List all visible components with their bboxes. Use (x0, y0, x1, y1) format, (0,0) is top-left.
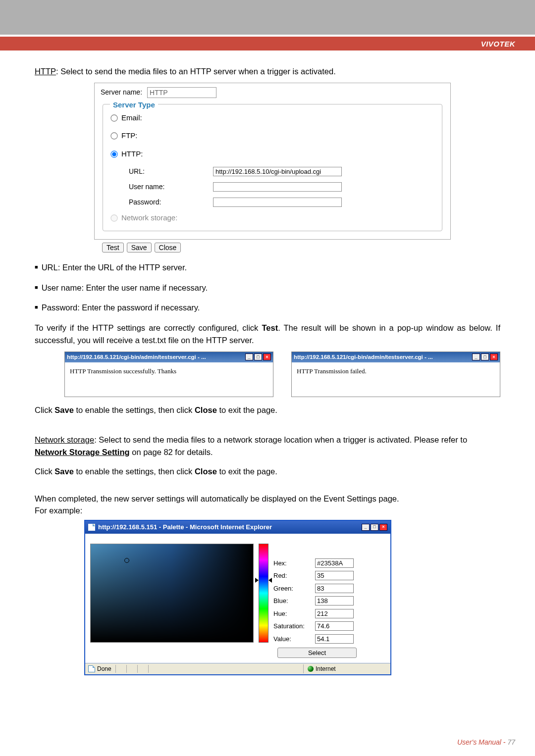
fail-popup-title: http://192.168.5.121/cgi-bin/admin/tests… (294, 353, 433, 361)
completed-line1: When completed, the new server settings … (35, 493, 500, 505)
ns-keyword: Network storage (35, 435, 94, 444)
footer-manual: User's Manual - (457, 738, 507, 746)
bullet-password: Password: Enter the password if necessar… (35, 302, 500, 314)
minimize-icon[interactable]: _ (472, 353, 480, 360)
bullet-username: User name: Enter the user name if necess… (35, 282, 500, 294)
sv-selection-indicator (124, 558, 129, 563)
maximize-icon[interactable]: □ (371, 524, 378, 531)
page-icon (88, 665, 95, 672)
maximize-icon[interactable]: □ (481, 353, 489, 360)
brand-bar: VIVOTEK (0, 37, 535, 50)
completed-line2: For example: (35, 504, 500, 517)
server-name-label: Server name: (101, 87, 142, 98)
saturation-value-picker[interactable] (90, 544, 254, 643)
ie-page-icon (88, 524, 95, 531)
bullet-url: URL: Enter the URL of the HTTP server. (35, 261, 500, 274)
password-input[interactable] (213, 198, 342, 207)
ftp-radio[interactable] (110, 132, 117, 139)
select-button[interactable]: Select (277, 648, 357, 658)
save-close-paragraph: Click Save to enable the settings, then … (35, 404, 500, 416)
network-storage-radio-label: Network storage: (121, 212, 177, 224)
url-label: URL: (129, 166, 213, 177)
status-zone-text: Internet (316, 664, 336, 673)
hue-slider[interactable] (259, 544, 268, 643)
network-storage-radio[interactable] (110, 214, 117, 221)
hue-marker-right-icon (268, 578, 272, 583)
close-icon[interactable]: × (490, 353, 498, 360)
saturation-input[interactable] (315, 621, 354, 631)
ftp-radio-label: FTP: (121, 130, 138, 142)
close-icon[interactable]: × (263, 353, 271, 360)
success-popup-title: http://192.168.5.121/cgi-bin/admin/tests… (67, 353, 206, 361)
field-descriptions: URL: Enter the URL of the HTTP server. U… (35, 261, 500, 314)
server-name-input[interactable] (147, 87, 216, 98)
green-input[interactable] (315, 584, 354, 593)
palette-window: http://192.168.5.151 - Palette - Microso… (84, 520, 391, 675)
maximize-icon[interactable]: □ (254, 353, 262, 360)
save-close-paragraph-2: Click Save to enable the settings, then … (35, 465, 500, 478)
username-input[interactable] (213, 182, 342, 192)
email-radio-label: Email: (121, 112, 142, 124)
username-label: User name: (129, 182, 213, 192)
hue-input[interactable] (315, 609, 354, 618)
fail-popup: http://192.168.5.121/cgi-bin/admin/tests… (291, 352, 500, 397)
brand-text: VIVOTEK (481, 40, 515, 48)
hue-label: Hue: (273, 609, 315, 619)
blue-input[interactable] (315, 596, 354, 605)
test-button[interactable]: Test (102, 243, 124, 252)
success-popup-body: HTTP Transmission successfully. Thanks (65, 362, 273, 380)
status-bar: Done Internet (85, 663, 390, 674)
save-button[interactable]: Save (127, 243, 152, 252)
footer: User's Manual - 77 (457, 738, 515, 746)
green-label: Green: (273, 584, 315, 594)
close-button[interactable]: Close (155, 243, 181, 252)
network-storage-paragraph: Network storage: Select to send the medi… (35, 434, 500, 458)
http-radio-label: HTTP: (121, 149, 143, 160)
value-label: Value: (273, 634, 315, 644)
http-keyword: HTTP (35, 67, 56, 76)
blue-label: Blue: (273, 596, 315, 606)
minimize-icon[interactable]: _ (245, 353, 253, 360)
server-type-fieldset: Server Type Email: FTP: HTTP: URL: (103, 104, 442, 231)
footer-page: 77 (507, 738, 515, 746)
red-label: Red: (273, 571, 315, 581)
password-label: Password: (129, 197, 213, 207)
red-input[interactable] (315, 571, 354, 580)
close-icon[interactable]: × (379, 524, 387, 531)
saturation-label: Saturation: (273, 621, 315, 631)
email-radio[interactable] (110, 114, 117, 121)
http-intro-text: : Select to send the media files to an H… (56, 67, 336, 76)
internet-zone-icon (308, 666, 314, 672)
success-popup: http://192.168.5.121/cgi-bin/admin/tests… (64, 352, 273, 397)
value-input[interactable] (315, 634, 354, 644)
ns-link: Network Storage Setting (35, 448, 130, 456)
server-type-legend: Server Type (110, 100, 158, 111)
http-radio[interactable] (110, 151, 117, 157)
fail-popup-body: HTTP Transmission failed. (292, 362, 500, 380)
hex-input[interactable] (315, 558, 354, 568)
hue-marker-left-icon (255, 578, 259, 583)
minimize-icon[interactable]: _ (362, 524, 370, 531)
palette-window-title: http://192.168.5.151 - Palette - Microso… (98, 522, 272, 532)
url-input[interactable] (213, 167, 342, 176)
server-config-panel: Server name: Server Type Email: FTP: HTT… (94, 83, 451, 240)
hex-label: Hex: (273, 558, 315, 568)
http-intro: HTTP: Select to send the media files to … (35, 65, 500, 78)
status-done-text: Done (97, 664, 111, 673)
verify-paragraph: To verify if the HTTP settings are corre… (35, 322, 500, 347)
